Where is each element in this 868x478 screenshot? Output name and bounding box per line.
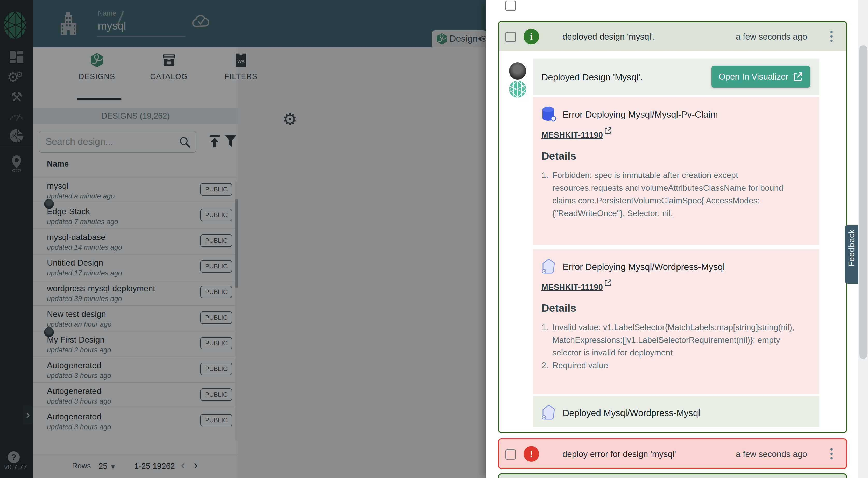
section-title: Error Deploying Mysql/Mysql-Pv-Claim [563, 109, 718, 120]
deployment-detail-box: Deployed Design 'Mysql'. Open In Visuali… [533, 59, 819, 95]
details-heading: Details [541, 150, 576, 162]
notification-center-drawer: i deployed design 'mysql'. a few seconds… [486, 0, 859, 478]
meshery-avatar [509, 81, 526, 98]
notification-time: a few seconds ago [736, 32, 807, 42]
error-detail-item: 2.Required value [541, 359, 803, 372]
notification-header[interactable]: ! deploy error for design 'mysql' a few … [499, 439, 846, 469]
pentagon-icon [541, 405, 556, 421]
error-details-list: 1.Invalid value: v1.LabelSelector{MatchL… [541, 321, 803, 372]
notification-card-deployed[interactable]: i deployed design 'mysql'. a few seconds… [498, 21, 847, 433]
error-detail-item: 1.Forbidden: spec is immutable after cre… [541, 169, 803, 220]
meshkit-error-link[interactable]: MESHKIT-11190 [541, 131, 610, 140]
external-link-icon [603, 131, 610, 140]
external-link-icon [793, 72, 803, 82]
modal-dim-overlay[interactable] [0, 0, 486, 478]
notification-header[interactable]: i deployed design 'mysql'. a few seconds… [499, 22, 846, 51]
notification-card-partial[interactable] [498, 473, 847, 478]
notification-summary: deploy error for design 'mysql' [562, 449, 676, 459]
feedback-tab[interactable]: Feedback [845, 225, 859, 284]
notification-summary: deployed design 'mysql'. [562, 32, 655, 42]
pentagon-icon [541, 258, 556, 276]
info-status-icon: i [524, 29, 539, 44]
section-title: Deployed Mysql/Wordpress-Mysql [563, 408, 700, 418]
deploy-error-section: ?Error Deploying Mysql/Mysql-Pv-ClaimMES… [533, 97, 819, 245]
error-details-list: 1.Forbidden: spec is immutable after cre… [541, 169, 803, 220]
external-link-icon [603, 283, 610, 292]
section-title: Error Deploying Mysql/Wordpress-Mysql [563, 262, 725, 272]
select-all-checkbox[interactable] [505, 1, 516, 11]
kebab-menu-icon[interactable] [830, 446, 834, 461]
feedback-label: Feedback [847, 229, 856, 266]
notification-time: a few seconds ago [736, 449, 807, 459]
notification-card-deploy-error[interactable]: ! deploy error for design 'mysql' a few … [498, 438, 847, 469]
svg-text:?: ? [552, 117, 554, 121]
open-in-visualizer-button[interactable]: Open In Visualizer [711, 66, 810, 88]
meshkit-error-link[interactable]: MESHKIT-11190 [541, 283, 610, 292]
error-detail-item: 1.Invalid value: v1.LabelSelector{MatchL… [541, 321, 803, 359]
deploy-error-section: Error Deploying Mysql/Wordpress-MysqlMES… [533, 249, 819, 394]
details-heading: Details [541, 302, 576, 314]
deploy-success-section: Deployed Mysql/Wordpress-Mysql [533, 395, 819, 427]
notification-checkbox[interactable] [505, 449, 516, 459]
kebab-menu-icon[interactable] [830, 29, 834, 44]
error-status-icon: ! [524, 446, 539, 462]
database-icon: ? [541, 106, 556, 123]
user-avatar [509, 62, 526, 79]
deployment-detail-title: Deployed Design 'Mysql'. [541, 72, 643, 83]
page-scrollbar-thumb[interactable] [860, 45, 867, 359]
notification-checkbox[interactable] [505, 32, 516, 42]
